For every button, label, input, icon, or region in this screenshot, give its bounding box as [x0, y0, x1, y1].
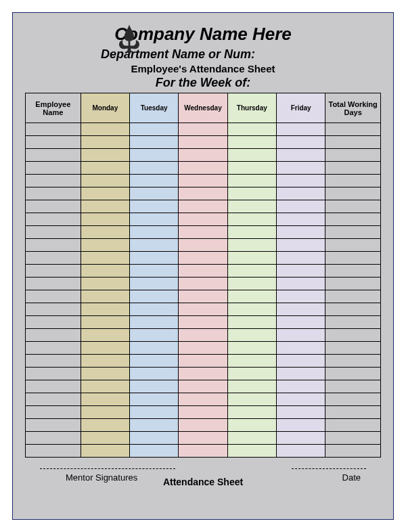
table-cell[interactable] — [179, 213, 227, 226]
table-cell[interactable] — [26, 368, 81, 380]
table-cell[interactable] — [179, 226, 227, 239]
table-cell[interactable] — [130, 136, 179, 149]
table-cell[interactable] — [276, 213, 325, 226]
table-cell[interactable] — [227, 342, 276, 355]
table-cell[interactable] — [276, 445, 325, 458]
table-cell[interactable] — [26, 380, 81, 393]
table-cell[interactable] — [179, 342, 227, 355]
table-cell[interactable] — [26, 303, 81, 316]
table-cell[interactable] — [276, 226, 325, 239]
table-cell[interactable] — [130, 123, 179, 136]
table-cell[interactable] — [81, 149, 129, 162]
table-cell[interactable] — [179, 123, 227, 136]
table-cell[interactable] — [325, 252, 381, 265]
table-cell[interactable] — [81, 445, 129, 458]
table-cell[interactable] — [325, 136, 381, 149]
table-cell[interactable] — [179, 252, 227, 265]
table-cell[interactable] — [81, 355, 129, 368]
table-cell[interactable] — [325, 432, 381, 445]
table-cell[interactable] — [227, 432, 276, 445]
table-cell[interactable] — [276, 175, 325, 187]
table-cell[interactable] — [26, 149, 81, 162]
table-cell[interactable] — [130, 265, 179, 278]
table-cell[interactable] — [130, 278, 179, 290]
table-cell[interactable] — [227, 162, 276, 175]
table-cell[interactable] — [26, 226, 81, 239]
table-cell[interactable] — [26, 187, 81, 200]
table-cell[interactable] — [26, 316, 81, 329]
table-cell[interactable] — [130, 329, 179, 342]
table-cell[interactable] — [26, 342, 81, 355]
table-cell[interactable] — [276, 342, 325, 355]
table-cell[interactable] — [325, 226, 381, 239]
table-cell[interactable] — [81, 265, 129, 278]
table-cell[interactable] — [325, 303, 381, 316]
table-cell[interactable] — [81, 213, 129, 226]
table-cell[interactable] — [130, 200, 179, 213]
table-cell[interactable] — [130, 368, 179, 380]
table-cell[interactable] — [227, 380, 276, 393]
table-cell[interactable] — [81, 342, 129, 355]
table-cell[interactable] — [26, 213, 81, 226]
table-cell[interactable] — [227, 278, 276, 290]
table-cell[interactable] — [227, 290, 276, 303]
table-cell[interactable] — [81, 380, 129, 393]
table-cell[interactable] — [179, 432, 227, 445]
table-cell[interactable] — [130, 252, 179, 265]
table-cell[interactable] — [276, 329, 325, 342]
table-cell[interactable] — [276, 419, 325, 432]
table-cell[interactable] — [325, 445, 381, 458]
table-cell[interactable] — [276, 380, 325, 393]
table-cell[interactable] — [130, 226, 179, 239]
table-cell[interactable] — [179, 187, 227, 200]
table-cell[interactable] — [227, 149, 276, 162]
table-cell[interactable] — [276, 303, 325, 316]
table-cell[interactable] — [276, 187, 325, 200]
table-cell[interactable] — [81, 278, 129, 290]
table-cell[interactable] — [227, 200, 276, 213]
table-cell[interactable] — [81, 368, 129, 380]
table-cell[interactable] — [227, 393, 276, 406]
table-cell[interactable] — [179, 355, 227, 368]
table-cell[interactable] — [276, 316, 325, 329]
table-cell[interactable] — [276, 162, 325, 175]
table-cell[interactable] — [227, 136, 276, 149]
table-cell[interactable] — [81, 136, 129, 149]
table-cell[interactable] — [130, 432, 179, 445]
table-cell[interactable] — [81, 175, 129, 187]
table-cell[interactable] — [227, 252, 276, 265]
table-cell[interactable] — [325, 265, 381, 278]
table-cell[interactable] — [276, 200, 325, 213]
table-cell[interactable] — [227, 175, 276, 187]
table-cell[interactable] — [81, 432, 129, 445]
table-cell[interactable] — [81, 393, 129, 406]
table-cell[interactable] — [130, 355, 179, 368]
table-cell[interactable] — [179, 329, 227, 342]
table-cell[interactable] — [227, 123, 276, 136]
table-cell[interactable] — [26, 393, 81, 406]
table-cell[interactable] — [26, 278, 81, 290]
table-cell[interactable] — [325, 342, 381, 355]
table-cell[interactable] — [325, 239, 381, 252]
table-cell[interactable] — [130, 303, 179, 316]
table-cell[interactable] — [276, 432, 325, 445]
table-cell[interactable] — [130, 175, 179, 187]
table-cell[interactable] — [325, 355, 381, 368]
table-cell[interactable] — [130, 149, 179, 162]
table-cell[interactable] — [227, 445, 276, 458]
table-cell[interactable] — [130, 380, 179, 393]
table-cell[interactable] — [179, 200, 227, 213]
table-cell[interactable] — [227, 316, 276, 329]
table-cell[interactable] — [26, 290, 81, 303]
table-cell[interactable] — [26, 123, 81, 136]
table-cell[interactable] — [227, 406, 276, 419]
table-cell[interactable] — [276, 123, 325, 136]
table-cell[interactable] — [179, 303, 227, 316]
table-cell[interactable] — [81, 303, 129, 316]
table-cell[interactable] — [26, 200, 81, 213]
table-cell[interactable] — [26, 175, 81, 187]
table-cell[interactable] — [276, 368, 325, 380]
table-cell[interactable] — [81, 316, 129, 329]
table-cell[interactable] — [130, 342, 179, 355]
table-cell[interactable] — [325, 368, 381, 380]
